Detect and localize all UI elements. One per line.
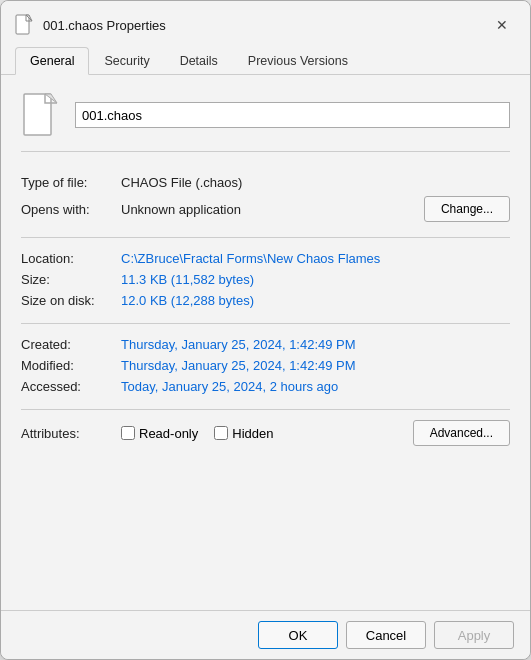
ok-button[interactable]: OK — [258, 621, 338, 649]
readonly-label: Read-only — [139, 426, 198, 441]
size-value: 11.3 KB (11,582 bytes) — [121, 272, 254, 287]
file-name-input[interactable] — [75, 102, 510, 128]
size-row: Size: 11.3 KB (11,582 bytes) — [21, 269, 510, 290]
location-value: C:\ZBruce\Fractal Forms\New Chaos Flames — [121, 251, 380, 266]
created-label: Created: — [21, 337, 121, 352]
attributes-label: Attributes: — [21, 426, 121, 441]
dates-section: Created: Thursday, January 25, 2024, 1:4… — [21, 324, 510, 410]
properties-window: 001.chaos Properties ✕ General Security … — [0, 0, 531, 660]
opens-label: Opens with: — [21, 202, 121, 217]
checkbox-group: Read-only Hidden — [121, 426, 413, 441]
type-section: Type of file: CHAOS File (.chaos) Opens … — [21, 162, 510, 238]
attributes-row: Attributes: Read-only Hidden Advanced... — [21, 420, 510, 446]
button-bar: OK Cancel Apply — [1, 610, 530, 659]
size-label: Size: — [21, 272, 121, 287]
spacer — [21, 446, 510, 594]
accessed-row: Accessed: Today, January 25, 2024, 2 hou… — [21, 376, 510, 397]
size-on-disk-value: 12.0 KB (12,288 bytes) — [121, 293, 254, 308]
hidden-label: Hidden — [232, 426, 273, 441]
type-row: Type of file: CHAOS File (.chaos) — [21, 172, 510, 193]
tab-details[interactable]: Details — [165, 47, 233, 75]
apply-button[interactable]: Apply — [434, 621, 514, 649]
hidden-checkbox-item[interactable]: Hidden — [214, 426, 273, 441]
accessed-value: Today, January 25, 2024, 2 hours ago — [121, 379, 338, 394]
tab-bar: General Security Details Previous Versio… — [1, 47, 530, 75]
file-icon — [21, 91, 61, 139]
accessed-label: Accessed: — [21, 379, 121, 394]
svg-rect-1 — [24, 94, 51, 135]
window-title: 001.chaos Properties — [43, 18, 478, 33]
tab-content: Type of file: CHAOS File (.chaos) Opens … — [1, 75, 530, 610]
close-button[interactable]: ✕ — [488, 11, 516, 39]
modified-label: Modified: — [21, 358, 121, 373]
modified-value: Thursday, January 25, 2024, 1:42:49 PM — [121, 358, 356, 373]
modified-row: Modified: Thursday, January 25, 2024, 1:… — [21, 355, 510, 376]
tab-security[interactable]: Security — [89, 47, 164, 75]
type-value: CHAOS File (.chaos) — [121, 175, 242, 190]
svg-rect-0 — [16, 15, 29, 34]
tab-general[interactable]: General — [15, 47, 89, 75]
advanced-button[interactable]: Advanced... — [413, 420, 510, 446]
created-row: Created: Thursday, January 25, 2024, 1:4… — [21, 334, 510, 355]
location-label: Location: — [21, 251, 121, 266]
readonly-checkbox-item[interactable]: Read-only — [121, 426, 198, 441]
file-name-row — [21, 91, 510, 152]
readonly-checkbox[interactable] — [121, 426, 135, 440]
opens-value: Unknown application — [121, 202, 424, 217]
title-bar: 001.chaos Properties ✕ — [1, 1, 530, 47]
size-on-disk-row: Size on disk: 12.0 KB (12,288 bytes) — [21, 290, 510, 311]
location-section: Location: C:\ZBruce\Fractal Forms\New Ch… — [21, 238, 510, 324]
change-button[interactable]: Change... — [424, 196, 510, 222]
attributes-section: Attributes: Read-only Hidden Advanced... — [21, 410, 510, 446]
size-on-disk-label: Size on disk: — [21, 293, 121, 308]
location-row: Location: C:\ZBruce\Fractal Forms\New Ch… — [21, 248, 510, 269]
type-label: Type of file: — [21, 175, 121, 190]
opens-with-row: Opens with: Unknown application Change..… — [21, 193, 510, 225]
title-bar-icon — [15, 14, 33, 36]
created-value: Thursday, January 25, 2024, 1:42:49 PM — [121, 337, 356, 352]
tab-previous-versions[interactable]: Previous Versions — [233, 47, 363, 75]
hidden-checkbox[interactable] — [214, 426, 228, 440]
cancel-button[interactable]: Cancel — [346, 621, 426, 649]
